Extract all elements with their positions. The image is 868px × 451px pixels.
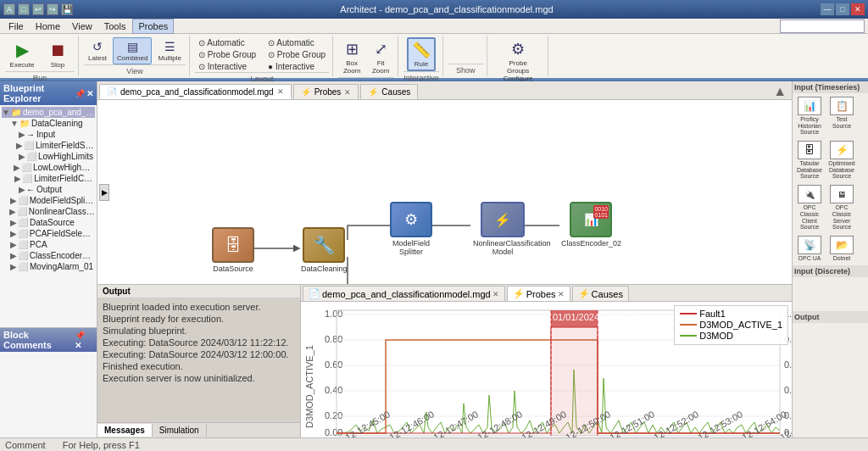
- automatic-probe-btn[interactable]: ⊙ Automatic: [195, 37, 259, 48]
- tab-causes[interactable]: ⚡ Causes: [360, 84, 418, 99]
- block-comments-close-icon[interactable]: ✕: [75, 341, 81, 350]
- menu-home[interactable]: Home: [31, 19, 65, 33]
- probe-group2-btn[interactable]: ⊙ Probe Group: [264, 49, 329, 60]
- svg-text:0.60: 0.60: [325, 359, 342, 370]
- combined-icon: ▤: [127, 40, 138, 53]
- tab-file-close[interactable]: ✕: [277, 87, 284, 96]
- execute-button[interactable]: ▶ Execute: [5, 37, 39, 71]
- close-button[interactable]: ✕: [851, 3, 865, 15]
- ribbon: ▶ Execute ⏹ Stop Run ↺ Latest ▤ Combined: [0, 34, 868, 80]
- pin-icon[interactable]: 📌: [75, 89, 85, 98]
- legend-d3mod-label: D3MOD: [699, 331, 733, 341]
- tab-probes-close[interactable]: ✕: [344, 88, 351, 97]
- canvas[interactable]: 🗄 DataSource 🔧 DataCleaning ⚙ Mod: [97, 100, 792, 284]
- rule-button[interactable]: 📏 Rule: [407, 37, 436, 71]
- tree-item[interactable]: ▶⬜MovingAlarm_01: [2, 261, 95, 272]
- stop-button[interactable]: ⏹ Stop: [41, 38, 75, 71]
- tree-item[interactable]: ▶→Input: [2, 129, 95, 140]
- menu-tools[interactable]: Tools: [99, 19, 131, 33]
- maximize-button[interactable]: □: [836, 3, 849, 15]
- tabular-db-label: TabularDatabaseSource: [797, 160, 822, 180]
- tree-item[interactable]: ▶⬜ClassEncoder_02: [2, 250, 95, 261]
- box-zoom-button[interactable]: ⊞ BoxZoom: [338, 37, 365, 77]
- source-opc-client[interactable]: 🔌 OPC ClassicClientSource: [794, 183, 825, 232]
- optimised-db-label: OptimisedDatabaseSource: [828, 160, 855, 180]
- tab-causes-label: Causes: [381, 87, 410, 97]
- tree-item[interactable]: ▶⬜PCA: [2, 239, 95, 250]
- tree-item[interactable]: ▼📁demo_pca_and_class...: [2, 107, 95, 118]
- tab-messages[interactable]: Messages: [97, 424, 153, 437]
- tree-item[interactable]: ▶⬜NonlinearClassific...: [2, 206, 95, 217]
- tab-canvas-file[interactable]: 📄 demo_pca_and_classificationmodel.mgd ✕: [99, 84, 292, 99]
- source-opc-ua[interactable]: 📡 OPC UA: [794, 234, 825, 264]
- source-dotnet[interactable]: 📂 Dotnet: [826, 234, 857, 264]
- tree-item[interactable]: ▼📁DataCleaning: [2, 118, 95, 129]
- combined-button[interactable]: ▤ Combined: [113, 37, 152, 64]
- search-input[interactable]: [780, 19, 865, 33]
- interactive-btn[interactable]: ⊙ Interactive: [195, 61, 259, 72]
- tree-item[interactable]: ▶⬜LowLowHighHighLim....: [2, 162, 95, 173]
- automatic2-btn[interactable]: ⊙ Automatic: [264, 37, 329, 48]
- tab-probes[interactable]: ⚡ Probes ✕: [293, 84, 359, 99]
- window-controls[interactable]: — □ ✕: [821, 3, 865, 15]
- source-test[interactable]: 📋 Test Source: [826, 95, 857, 137]
- svg-text:0.40: 0.40: [325, 385, 342, 395]
- tree-item[interactable]: ▶⬜DataSource: [2, 217, 95, 228]
- source-optimised-db[interactable]: ⚡ OptimisedDatabaseSource: [826, 139, 857, 181]
- tab-simulation[interactable]: Simulation: [153, 424, 207, 437]
- menu-probes[interactable]: Probes: [132, 19, 174, 34]
- probe-file-label: demo_pca_and_classificationmodel.mgd: [322, 289, 491, 299]
- source-opc-server[interactable]: 🖥 OPC ClassicServerSource: [826, 183, 857, 232]
- block-comments-pin-icon[interactable]: 📌: [75, 331, 85, 340]
- blueprint-explorer-header: Blueprint Explorer 📌 ✕: [0, 81, 97, 105]
- configure-icon: ⚙: [511, 40, 525, 58]
- canvas-scroll-right-btn[interactable]: ▶: [99, 184, 109, 201]
- chart-legend: Fault1 D3MOD_ACTIVE_1 D3MOD: [674, 305, 788, 345]
- datasource-label: DataSource: [213, 264, 253, 273]
- probe-tab-probes[interactable]: ⚡ Probes ✕: [507, 286, 570, 301]
- probe-tab-causes[interactable]: ⚡ Causes: [572, 286, 629, 301]
- interactive-buttons: 📏 Rule: [407, 37, 436, 71]
- source-proficy-historian[interactable]: 📊 ProficyHistorianSource: [794, 95, 825, 137]
- probe-tab-file[interactable]: 📄 demo_pca_and_classificationmodel.mgd ✕: [303, 286, 505, 301]
- latest-button[interactable]: ↺ Latest: [84, 37, 111, 64]
- probe-probes-close[interactable]: ✕: [558, 290, 565, 298]
- probe-group-btn[interactable]: ⊙ Probe Group: [195, 49, 259, 60]
- probe-groups-configure-button[interactable]: ⚙ ProbeGroupsConfigure: [499, 37, 537, 85]
- layout-buttons: ⊙ Automatic ⊙ Probe Group ⊙ Interactive …: [195, 37, 329, 72]
- datasource-box: 🗄: [212, 227, 254, 263]
- tree-area[interactable]: ▼📁demo_pca_and_class...▼📁DataCleaning▶→I…: [0, 105, 97, 327]
- probe-file-close[interactable]: ✕: [492, 290, 499, 298]
- input-discrete-area: [793, 277, 868, 311]
- node-modelfieldsplitter[interactable]: ⚙ ModelFieldSplitter: [390, 202, 432, 256]
- canvas-scroll-right[interactable]: ▲: [773, 84, 790, 99]
- node-datasource[interactable]: 🗄 DataSource: [212, 227, 254, 273]
- node-datacleaning[interactable]: 🔧 DataCleaning: [301, 227, 348, 273]
- classencoder-label: ClassEncoder_02: [561, 239, 620, 248]
- datacleaning-icon: 🔧: [314, 235, 335, 255]
- node-nonlinear[interactable]: ⚡ NonlinearClassificationModel: [473, 202, 532, 256]
- minimize-button[interactable]: —: [821, 3, 834, 15]
- multiple-button[interactable]: ☰ Multiple: [153, 37, 186, 64]
- output-tab-bar: Messages Simulation: [97, 422, 300, 437]
- tree-item[interactable]: ▶⬜ModelFieldSplitter: [2, 195, 95, 206]
- legend-fault1: Fault1: [680, 309, 782, 319]
- datacleaning-label: DataCleaning: [301, 264, 348, 273]
- ribbon-section-interactive: 📏 Rule Interactive: [400, 36, 443, 76]
- fit-zoom-button[interactable]: ⤢ FitZoom: [367, 37, 394, 77]
- fit-zoom-icon: ⤢: [375, 40, 387, 58]
- tree-item[interactable]: ▶←Output: [2, 184, 95, 195]
- menu-view[interactable]: View: [67, 19, 97, 33]
- tree-item[interactable]: ▶⬜LimiterFieldCombin...: [2, 173, 95, 184]
- tree-item[interactable]: ▶⬜LowHighLimits: [2, 151, 95, 162]
- menu-file[interactable]: File: [3, 19, 29, 33]
- tree-item[interactable]: ▶⬜LimiterFieldSplitt...: [2, 140, 95, 151]
- svg-text:0.40: 0.40: [784, 385, 792, 395]
- node-classencoder[interactable]: 📊 00100101 ClassEncoder_02: [561, 202, 620, 248]
- block-comments-header: Block Comments 📌 ✕: [0, 328, 97, 352]
- interactive2-btn[interactable]: ● Interactive: [264, 61, 329, 72]
- source-tabular-db[interactable]: 🗄 TabularDatabaseSource: [794, 139, 825, 181]
- modelfieldsplitter-icon: ⚙: [404, 210, 418, 229]
- tree-item[interactable]: ▶⬜PCAFieldSelector: [2, 228, 95, 239]
- explorer-close-icon[interactable]: ✕: [86, 89, 93, 98]
